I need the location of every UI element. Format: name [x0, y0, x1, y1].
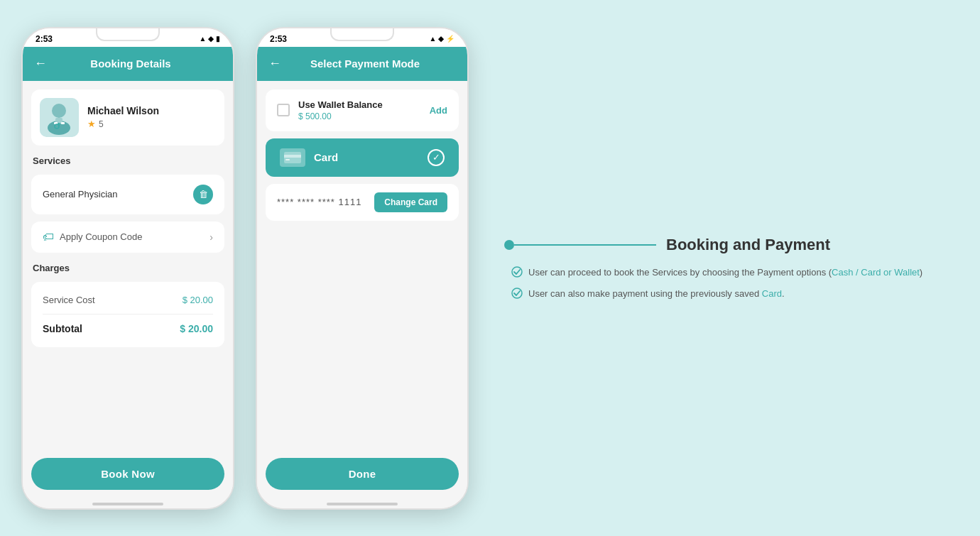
- phone-payment-mode: 2:53 ▲ ◆ ⚡ ← Select Payment Mode Use Wal…: [256, 27, 469, 510]
- notch-bump: [96, 28, 160, 41]
- svg-point-12: [512, 288, 522, 298]
- payment-method-left: Card: [280, 148, 338, 167]
- wallet-balance: $ 500.00: [298, 111, 383, 121]
- service-cost-row: Service Cost $ 20.00: [43, 292, 213, 308]
- dot-line: [504, 240, 656, 250]
- selected-check-icon: ✓: [428, 149, 445, 166]
- dot-icon: [504, 240, 514, 250]
- svg-rect-9: [284, 155, 301, 158]
- charges-card: Service Cost $ 20.00 Subtotal $ 20.00: [31, 282, 224, 347]
- wallet-card: Use Wallet Balance $ 500.00 Add: [266, 89, 459, 131]
- bullet-check-icon-1: [511, 266, 523, 280]
- status-time-1: 2:53: [36, 34, 53, 44]
- doctor-info: Michael Wilson ★ 5: [87, 105, 159, 129]
- card-number-text: **** **** **** 1111: [277, 197, 361, 207]
- wallet-add-button[interactable]: Add: [430, 105, 447, 116]
- card-number-row: **** **** **** 1111 Change Card: [266, 184, 459, 221]
- booking-header-title: Booking Details: [54, 58, 207, 70]
- status-icons-1: ▲ ◆ ▮: [200, 35, 220, 43]
- service-cost-label: Service Cost: [43, 295, 95, 305]
- bullet-text-2: User can also make payment using the pre…: [528, 287, 785, 301]
- doctor-avatar: [40, 98, 79, 137]
- payment-header-title: Select Payment Mode: [288, 58, 442, 70]
- home-indicator-2: [257, 498, 467, 508]
- payment-header: ← Select Payment Mode: [257, 47, 467, 81]
- bullet-check-icon-2: [511, 288, 523, 301]
- highlight-2: Card: [762, 288, 782, 299]
- svg-point-11: [512, 267, 522, 277]
- subtotal-label: Subtotal: [43, 323, 82, 334]
- info-bullet-2: User can also make payment using the pre…: [511, 287, 922, 301]
- phone-booking-details: 2:53 ▲ ◆ ▮ ← Booking Details: [21, 27, 234, 510]
- star-icon: ★: [87, 119, 96, 129]
- service-cost-value: $ 20.00: [183, 295, 213, 305]
- bullet-text-1: User can proceed to book the Services by…: [528, 266, 922, 280]
- info-heading: Booking and Payment: [666, 236, 830, 254]
- status-time-2: 2:53: [270, 34, 287, 44]
- wallet-checkbox[interactable]: [277, 104, 290, 116]
- charges-divider: [43, 314, 213, 315]
- service-name: General Physician: [43, 189, 118, 199]
- service-card: General Physician 🗑: [31, 175, 224, 214]
- doctor-card: Michael Wilson ★ 5: [31, 89, 224, 146]
- doctor-name: Michael Wilson: [87, 105, 159, 116]
- card-label: Card: [314, 151, 338, 163]
- payment-body: Use Wallet Balance $ 500.00 Add: [257, 81, 467, 449]
- back-button-1[interactable]: ←: [34, 56, 47, 71]
- status-icons-2: ▲ ◆ ⚡: [430, 35, 454, 43]
- home-indicator-1: [23, 498, 233, 508]
- coupon-icon: 🏷: [43, 231, 54, 244]
- svg-point-1: [52, 104, 66, 118]
- svg-rect-10: [285, 159, 290, 160]
- wallet-info: Use Wallet Balance $ 500.00: [298, 99, 383, 121]
- services-section-label: Services: [33, 155, 224, 166]
- chevron-right-icon: ›: [209, 231, 213, 243]
- subtotal-row: Subtotal $ 20.00: [43, 320, 213, 337]
- coupon-left: 🏷 Apply Coupon Code: [43, 231, 142, 244]
- card-icon: [280, 148, 305, 167]
- book-now-button[interactable]: Book Now: [31, 458, 224, 490]
- wallet-left: Use Wallet Balance $ 500.00: [277, 99, 383, 121]
- home-bar-1: [92, 503, 163, 505]
- booking-body: Michael Wilson ★ 5 Services General Phys…: [23, 81, 233, 449]
- done-button[interactable]: Done: [266, 458, 459, 490]
- highlight-1: Cash / Card or Wallet: [832, 267, 920, 278]
- svg-rect-5: [61, 122, 65, 124]
- booking-footer: Book Now: [23, 449, 233, 498]
- doctor-rating: ★ 5: [87, 119, 159, 129]
- charges-section-label: Charges: [33, 263, 224, 273]
- rating-value: 5: [99, 119, 104, 129]
- info-panel: Booking and Payment User can proceed to …: [504, 236, 922, 301]
- info-title-row: Booking and Payment: [504, 236, 922, 254]
- subtotal-value: $ 20.00: [180, 323, 213, 334]
- home-bar-2: [327, 503, 398, 505]
- payment-footer: Done: [257, 449, 467, 498]
- line-connector: [514, 244, 656, 246]
- info-bullets: User can proceed to book the Services by…: [511, 266, 922, 301]
- coupon-card[interactable]: 🏷 Apply Coupon Code ›: [31, 221, 224, 253]
- delete-service-button[interactable]: 🗑: [193, 185, 213, 204]
- wallet-title: Use Wallet Balance: [298, 99, 383, 110]
- card-payment-method[interactable]: Card ✓: [266, 138, 459, 177]
- info-bullet-1: User can proceed to book the Services by…: [511, 266, 922, 280]
- booking-header: ← Booking Details: [23, 47, 233, 81]
- back-button-2[interactable]: ←: [268, 56, 281, 71]
- notch-bump-2: [330, 28, 394, 41]
- coupon-text: Apply Coupon Code: [60, 231, 142, 242]
- change-card-button[interactable]: Change Card: [374, 192, 447, 212]
